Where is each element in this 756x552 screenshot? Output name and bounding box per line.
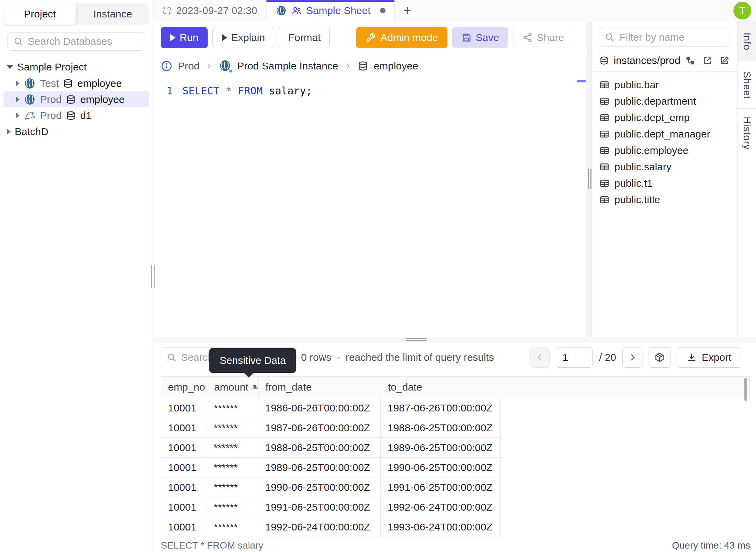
table-list-item[interactable]: public.bar: [592, 77, 737, 93]
export-button[interactable]: Export: [677, 347, 741, 368]
tooltip-arrow: [244, 372, 254, 378]
column-header-amount[interactable]: amount: [207, 377, 259, 398]
download-icon: [687, 352, 697, 363]
play-icon: [170, 34, 175, 41]
tree-node-project[interactable]: Sample Project: [3, 59, 149, 75]
schema-diagram-icon[interactable]: [685, 55, 695, 66]
database-icon: [599, 55, 609, 66]
tree-group-label: BatchD: [15, 126, 48, 137]
save-button[interactable]: Save: [452, 27, 508, 48]
table-list-item[interactable]: public.department: [592, 93, 737, 109]
explain-button[interactable]: Explain: [212, 27, 274, 48]
breadcrumb-env[interactable]: Prod: [178, 60, 199, 72]
tab-sheet[interactable]: Sheet: [738, 62, 756, 109]
tab-sample-sheet-label: Sample Sheet: [306, 5, 370, 16]
breadcrumb-database[interactable]: employee: [374, 60, 418, 72]
database-search-placeholder: Search Databases: [28, 36, 112, 47]
instance-header: instances/prod: [592, 53, 737, 72]
database-icon: [66, 94, 76, 105]
table-row[interactable]: 10001******1989-06-25T00:00:00Z1990-06-2…: [161, 458, 750, 477]
eye-off-icon[interactable]: [252, 383, 258, 392]
table-row[interactable]: 10001******1986-06-26T00:00:00Z1987-06-2…: [161, 398, 750, 418]
filter-input[interactable]: Filter by name: [599, 28, 730, 47]
sql-editor[interactable]: 1 SELECT * FROM salary;: [153, 78, 587, 337]
new-tab-button[interactable]: +: [395, 0, 419, 21]
tooltip-text: Sensitive Data: [220, 355, 286, 366]
tab-instance[interactable]: Instance: [76, 3, 149, 25]
edit-icon[interactable]: [719, 55, 730, 66]
chevron-right-icon: [205, 62, 213, 70]
table-list-item[interactable]: public.salary: [592, 159, 737, 175]
caret-right-icon[interactable]: [7, 129, 11, 135]
filter-placeholder: Filter by name: [620, 31, 685, 43]
database-tree: Sample Project Test employee Prod employ…: [0, 57, 153, 141]
table-row[interactable]: 10001******1991-06-25T00:00:00Z1992-06-2…: [161, 497, 750, 517]
caret-down-icon[interactable]: [7, 65, 13, 69]
status-query: SELECT * FROM salary: [161, 540, 263, 551]
caret-right-icon[interactable]: [16, 96, 19, 103]
page-number-input[interactable]: [556, 347, 593, 368]
column-header-emp-no[interactable]: emp_no: [161, 377, 207, 398]
table-icon: [599, 195, 610, 205]
admin-mode-button[interactable]: Admin mode: [356, 27, 447, 48]
table-list-item[interactable]: public.dept_emp: [592, 109, 737, 126]
sidebar-resize-handle[interactable]: [151, 265, 155, 288]
tab-history[interactable]: History: [738, 109, 756, 158]
table-list-item[interactable]: public.title: [592, 192, 737, 208]
table-icon: [599, 96, 610, 106]
tree-node-prod-d1[interactable]: Prod d1: [3, 107, 149, 123]
wrench-icon: [365, 32, 376, 43]
editor-panel-resize-handle[interactable]: [587, 21, 592, 337]
results-search-placeholder: Search: [181, 352, 213, 363]
prev-page-button[interactable]: [530, 347, 550, 368]
editor-column: Run Explain Format Admin mode: [153, 21, 587, 337]
table-icon: [599, 80, 610, 90]
shared-users-icon: [291, 5, 302, 16]
tree-node-batchd[interactable]: BatchD: [3, 123, 149, 140]
results-table: emp_no amount from_date to_date 10001***…: [161, 376, 750, 537]
breadcrumb-instance[interactable]: Prod Sample Instance: [237, 60, 338, 72]
table-row[interactable]: 10001******1992-06-24T00:00:00Z1993-06-2…: [161, 517, 750, 537]
search-icon: [167, 352, 177, 363]
table-list-item[interactable]: public.employee: [592, 142, 737, 159]
data-view-cube-button[interactable]: [649, 347, 670, 368]
results-scrollbar-thumb[interactable]: [744, 378, 747, 401]
table-row[interactable]: 10001******1988-06-25T00:00:00Z1989-06-2…: [161, 438, 750, 458]
tree-env-label: Test: [40, 78, 59, 89]
column-header-from-date[interactable]: from_date: [259, 377, 381, 398]
table-row[interactable]: 10001******1987-06-26T00:00:00Z1988-06-2…: [161, 418, 750, 438]
run-label: Run: [180, 32, 198, 43]
tab-info[interactable]: Info: [738, 21, 756, 62]
table-list-item[interactable]: public.dept_manager: [592, 126, 737, 142]
rows-info: 0 rows - reached the limit of query resu…: [301, 352, 494, 363]
tree-env-label: Prod: [40, 94, 62, 105]
format-button[interactable]: Format: [279, 27, 330, 48]
tab-sample-sheet[interactable]: Sample Sheet: [266, 0, 395, 21]
tree-db-label: employee: [77, 78, 122, 89]
tree-node-test-employee[interactable]: Test employee: [3, 75, 149, 91]
database-search-input[interactable]: Search Databases: [8, 32, 145, 51]
explain-label: Explain: [231, 32, 265, 43]
side-tab-strip: Info Sheet History: [737, 21, 756, 337]
next-page-button[interactable]: [622, 347, 642, 368]
share-button[interactable]: Share: [513, 27, 573, 48]
tab-project[interactable]: Project: [3, 3, 76, 25]
run-button[interactable]: Run: [161, 27, 208, 48]
info-icon[interactable]: [161, 60, 172, 72]
external-link-icon[interactable]: [702, 55, 713, 66]
caret-right-icon[interactable]: [16, 80, 19, 87]
tree-env-label: Prod: [40, 110, 62, 121]
results-resize-handle[interactable]: [153, 337, 756, 342]
tree-node-prod-employee[interactable]: Prod employee: [3, 91, 149, 107]
format-label: Format: [288, 32, 321, 43]
tab-history-sheet[interactable]: 2023-09-27 02:30: [153, 0, 266, 21]
table-list-item[interactable]: public.t1: [592, 175, 737, 192]
schema-panel: Filter by name instances/prod public.bar…: [592, 21, 737, 337]
table-icon: [599, 178, 610, 188]
table-row[interactable]: 10001******1990-06-25T00:00:00Z1991-06-2…: [161, 477, 750, 497]
user-avatar[interactable]: T: [733, 2, 751, 19]
play-icon: [222, 34, 227, 41]
table-icon: [599, 129, 610, 139]
column-header-to-date[interactable]: to_date: [381, 377, 501, 398]
caret-right-icon[interactable]: [16, 113, 19, 119]
